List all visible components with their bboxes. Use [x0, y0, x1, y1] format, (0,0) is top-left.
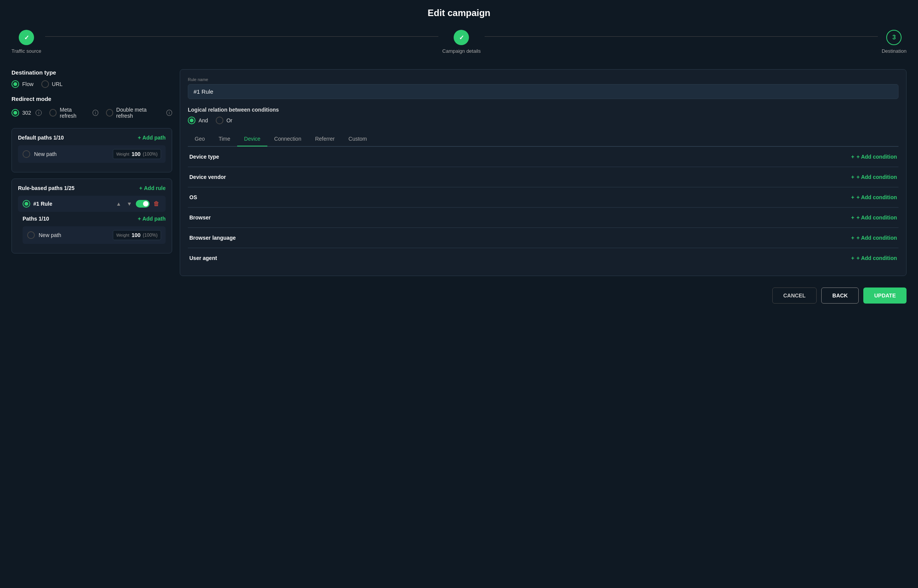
condition-browser: Browser + + Add condition: [188, 208, 898, 228]
rule-radio-1[interactable]: [23, 200, 30, 208]
step-circle-2: ✓: [454, 30, 469, 45]
page-title: Edit campaign: [11, 8, 907, 18]
add-condition-device-type-button[interactable]: + + Add condition: [851, 154, 897, 160]
back-button[interactable]: BACK: [821, 288, 859, 304]
radio-url[interactable]: URL: [41, 80, 63, 88]
step-label-2: Campaign details: [442, 48, 480, 54]
condition-browser-language-name: Browser language: [189, 235, 236, 241]
rule-down-button[interactable]: ▼: [125, 200, 133, 208]
tab-geo[interactable]: Geo: [188, 132, 212, 146]
plus-icon-3: +: [851, 214, 854, 221]
condition-device-vendor-name: Device vendor: [189, 174, 226, 180]
add-condition-os-button[interactable]: + + Add condition: [851, 194, 897, 200]
radio-302-outer: [11, 109, 19, 117]
info-icon-302[interactable]: i: [36, 110, 42, 116]
radio-url-label: URL: [52, 81, 63, 87]
update-button[interactable]: UPDATE: [863, 288, 907, 304]
rule-delete-button[interactable]: 🗑: [152, 200, 161, 208]
add-condition-user-agent-label: + Add condition: [856, 255, 897, 261]
add-default-path-button[interactable]: + Add path: [138, 135, 166, 141]
rule-paths-section: Paths 1/10 + Add path New path Weight 10…: [18, 216, 166, 244]
rule-based-paths-box: Rule-based paths 1/25 + Add rule #1 Rule…: [11, 179, 172, 253]
step-line-2: [485, 36, 878, 37]
condition-os: OS + + Add condition: [188, 187, 898, 208]
main-layout: Destination type Flow URL Redirect mode …: [11, 69, 907, 276]
condition-device-type: Device type + + Add condition: [188, 147, 898, 167]
rule-path-label: New path: [39, 232, 109, 238]
radio-or[interactable]: Or: [216, 117, 233, 124]
radio-and[interactable]: And: [188, 117, 208, 124]
rule-based-title: Rule-based paths 1/25: [18, 185, 75, 191]
redirect-mode-label: Redirect mode: [11, 96, 172, 102]
cancel-button[interactable]: CANCEL: [772, 288, 817, 304]
radio-double[interactable]: Double meta refresh i: [106, 107, 172, 119]
radio-or-label: Or: [226, 117, 233, 123]
add-condition-user-agent-button[interactable]: + + Add condition: [851, 255, 897, 261]
default-weight-box: Weight 100 (100%): [113, 149, 161, 159]
rule-paths-title: Paths 1/10: [23, 216, 49, 222]
add-condition-browser-button[interactable]: + + Add condition: [851, 214, 897, 221]
redirect-mode-group: 302 i Meta refresh i Double meta refresh…: [11, 107, 172, 119]
tab-device[interactable]: Device: [237, 132, 267, 146]
add-default-path-icon: +: [138, 135, 141, 141]
rule-name-input[interactable]: [188, 84, 898, 99]
rule-up-button[interactable]: ▲: [114, 200, 123, 208]
rule-toggle-1[interactable]: [136, 200, 150, 208]
default-weight-pct: (100%): [143, 151, 158, 157]
path-radio-default[interactable]: [23, 150, 30, 158]
add-condition-browser-language-button[interactable]: + + Add condition: [851, 235, 897, 241]
radio-flow-inner: [13, 82, 17, 86]
stepper: ✓ Traffic source ✓ Campaign details 3 De…: [11, 30, 907, 54]
rule-path-radio[interactable]: [27, 231, 35, 239]
destination-type-group: Flow URL: [11, 80, 172, 88]
plus-icon-2: +: [851, 194, 854, 200]
default-path-item: New path Weight 100 (100%): [18, 145, 166, 163]
step-circle-1: ✓: [19, 30, 34, 45]
conditions-list: Device type + + Add condition Device ven…: [188, 146, 898, 268]
tab-referrer[interactable]: Referrer: [308, 132, 342, 146]
radio-and-outer: [188, 117, 195, 124]
radio-302[interactable]: 302 i: [11, 109, 42, 117]
step-line-1: [45, 36, 438, 37]
radio-302-label: 302: [22, 110, 31, 116]
add-rule-path-label: Add path: [142, 216, 166, 222]
right-panel: Rule name Logical relation between condi…: [180, 69, 907, 276]
radio-double-label: Double meta refresh: [116, 107, 162, 119]
tab-custom[interactable]: Custom: [342, 132, 374, 146]
radio-url-outer: [41, 80, 49, 88]
condition-browser-name: Browser: [189, 214, 211, 221]
add-rule-path-button[interactable]: + Add path: [138, 216, 166, 222]
rule-name-section: Rule name: [188, 77, 898, 99]
radio-and-inner: [190, 119, 194, 122]
radio-flow-outer: [11, 80, 19, 88]
rule-based-header: Rule-based paths 1/25 + Add rule: [18, 185, 166, 191]
add-condition-device-type-label: + Add condition: [856, 154, 897, 160]
radio-meta-label: Meta refresh: [60, 107, 88, 119]
add-default-path-label: Add path: [142, 135, 166, 141]
step-campaign-details: ✓ Campaign details: [442, 30, 480, 54]
rule-weight-box: Weight 100 (100%): [113, 230, 161, 240]
tab-connection[interactable]: Connection: [267, 132, 308, 146]
rule-weight-label: Weight: [116, 233, 129, 237]
step-destination: 3 Destination: [882, 30, 907, 54]
rule-name-field-label: Rule name: [188, 77, 898, 82]
add-rule-button[interactable]: + Add rule: [139, 185, 166, 191]
default-weight-value: 100: [132, 151, 140, 157]
add-rule-icon: +: [139, 185, 142, 191]
rule-weight-pct: (100%): [143, 232, 158, 238]
radio-meta[interactable]: Meta refresh i: [49, 107, 98, 119]
info-icon-double[interactable]: i: [166, 110, 172, 116]
condition-user-agent-name: User agent: [189, 255, 217, 261]
add-condition-browser-label: + Add condition: [856, 214, 897, 221]
condition-user-agent: User agent + + Add condition: [188, 248, 898, 268]
radio-meta-outer: [49, 109, 57, 117]
plus-icon-4: +: [851, 235, 854, 241]
add-condition-device-vendor-button[interactable]: + + Add condition: [851, 174, 897, 180]
rule-path-item: New path Weight 100 (100%): [23, 226, 166, 244]
add-rule-path-icon: +: [138, 216, 141, 222]
info-icon-meta[interactable]: i: [93, 110, 98, 116]
radio-flow[interactable]: Flow: [11, 80, 34, 88]
radio-double-outer: [106, 109, 113, 117]
rule-controls-1: ▲ ▼ 🗑: [114, 200, 161, 208]
tab-time[interactable]: Time: [212, 132, 237, 146]
